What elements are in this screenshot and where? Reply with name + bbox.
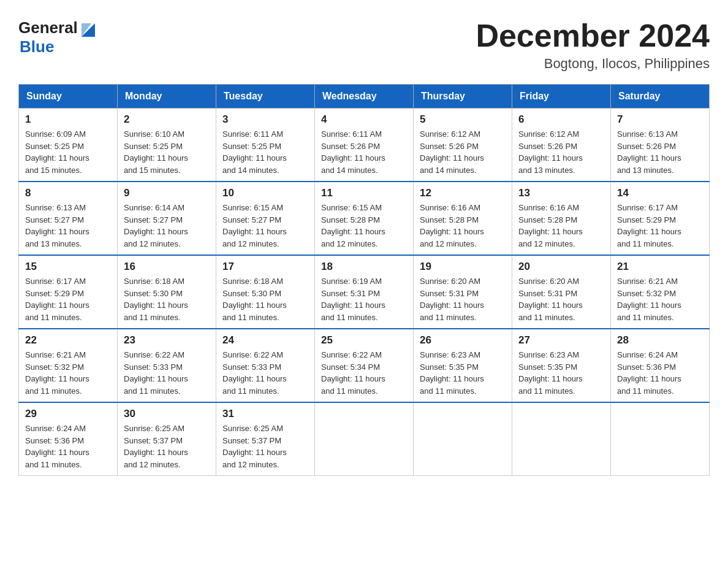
calendar-cell: 9Sunrise: 6:14 AMSunset: 5:27 PMDaylight… [118, 182, 216, 255]
day-info: Sunrise: 6:13 AMSunset: 5:27 PMDaylight:… [25, 202, 111, 250]
calendar-cell: 15Sunrise: 6:17 AMSunset: 5:29 PMDayligh… [19, 255, 118, 329]
day-info: Sunrise: 6:12 AMSunset: 5:26 PMDaylight:… [420, 128, 506, 176]
day-number: 5 [420, 113, 506, 126]
day-number: 26 [420, 334, 506, 347]
header-thursday: Thursday [414, 85, 512, 109]
day-info: Sunrise: 6:20 AMSunset: 5:31 PMDaylight:… [420, 275, 506, 323]
day-info: Sunrise: 6:21 AMSunset: 5:32 PMDaylight:… [25, 349, 111, 397]
day-info: Sunrise: 6:13 AMSunset: 5:26 PMDaylight:… [617, 128, 703, 176]
calendar-cell: 12Sunrise: 6:16 AMSunset: 5:28 PMDayligh… [414, 182, 512, 255]
day-info: Sunrise: 6:17 AMSunset: 5:29 PMDaylight:… [617, 202, 703, 250]
day-number: 15 [25, 261, 111, 273]
day-number: 17 [222, 261, 308, 273]
day-info: Sunrise: 6:24 AMSunset: 5:36 PMDaylight:… [25, 423, 111, 470]
month-title: December 2024 [476, 18, 710, 53]
calendar-cell: 31Sunrise: 6:25 AMSunset: 5:37 PMDayligh… [216, 402, 315, 476]
day-info: Sunrise: 6:22 AMSunset: 5:33 PMDaylight:… [124, 349, 210, 397]
calendar-cell: 7Sunrise: 6:13 AMSunset: 5:26 PMDaylight… [611, 109, 710, 182]
calendar-header-row: SundayMondayTuesdayWednesdayThursdayFrid… [19, 85, 710, 109]
calendar-cell: 3Sunrise: 6:11 AMSunset: 5:25 PMDaylight… [216, 109, 315, 182]
day-number: 27 [518, 334, 604, 347]
day-info: Sunrise: 6:19 AMSunset: 5:31 PMDaylight:… [321, 275, 407, 323]
day-number: 25 [321, 334, 407, 347]
calendar-cell: 11Sunrise: 6:15 AMSunset: 5:28 PMDayligh… [315, 182, 414, 255]
calendar-cell: 10Sunrise: 6:15 AMSunset: 5:27 PMDayligh… [216, 182, 315, 255]
logo: General Blue [18, 18, 97, 56]
calendar-cell: 5Sunrise: 6:12 AMSunset: 5:26 PMDaylight… [414, 109, 512, 182]
calendar-cell: 26Sunrise: 6:23 AMSunset: 5:35 PMDayligh… [414, 329, 512, 402]
day-info: Sunrise: 6:22 AMSunset: 5:34 PMDaylight:… [321, 349, 407, 397]
day-info: Sunrise: 6:18 AMSunset: 5:30 PMDaylight:… [222, 275, 308, 323]
day-info: Sunrise: 6:16 AMSunset: 5:28 PMDaylight:… [420, 202, 506, 250]
calendar-cell: 18Sunrise: 6:19 AMSunset: 5:31 PMDayligh… [315, 255, 414, 329]
calendar-week-row: 1Sunrise: 6:09 AMSunset: 5:25 PMDaylight… [19, 109, 710, 182]
day-number: 12 [420, 187, 506, 199]
day-info: Sunrise: 6:15 AMSunset: 5:28 PMDaylight:… [321, 202, 407, 250]
day-info: Sunrise: 6:23 AMSunset: 5:35 PMDaylight:… [420, 349, 506, 397]
day-number: 6 [518, 113, 604, 126]
day-number: 21 [617, 261, 703, 273]
day-number: 8 [25, 187, 111, 199]
day-number: 9 [124, 187, 210, 199]
header-sunday: Sunday [19, 85, 118, 109]
calendar-cell: 29Sunrise: 6:24 AMSunset: 5:36 PMDayligh… [19, 402, 118, 476]
day-info: Sunrise: 6:25 AMSunset: 5:37 PMDaylight:… [124, 423, 210, 470]
calendar-cell: 24Sunrise: 6:22 AMSunset: 5:33 PMDayligh… [216, 329, 315, 402]
day-number: 23 [124, 334, 210, 347]
calendar-week-row: 22Sunrise: 6:21 AMSunset: 5:32 PMDayligh… [19, 329, 710, 402]
calendar-week-row: 8Sunrise: 6:13 AMSunset: 5:27 PMDaylight… [19, 182, 710, 255]
day-info: Sunrise: 6:16 AMSunset: 5:28 PMDaylight:… [518, 202, 604, 250]
day-number: 13 [518, 187, 604, 199]
day-number: 29 [25, 408, 111, 420]
calendar-cell: 21Sunrise: 6:21 AMSunset: 5:32 PMDayligh… [611, 255, 710, 329]
logo-general-text: General [18, 18, 78, 37]
calendar-cell: 28Sunrise: 6:24 AMSunset: 5:36 PMDayligh… [611, 329, 710, 402]
day-info: Sunrise: 6:21 AMSunset: 5:32 PMDaylight:… [617, 275, 703, 323]
calendar-cell: 4Sunrise: 6:11 AMSunset: 5:26 PMDaylight… [315, 109, 414, 182]
header-wednesday: Wednesday [315, 85, 414, 109]
calendar-cell: 20Sunrise: 6:20 AMSunset: 5:31 PMDayligh… [512, 255, 611, 329]
day-info: Sunrise: 6:09 AMSunset: 5:25 PMDaylight:… [25, 128, 111, 176]
calendar-cell: 1Sunrise: 6:09 AMSunset: 5:25 PMDaylight… [19, 109, 118, 182]
day-info: Sunrise: 6:18 AMSunset: 5:30 PMDaylight:… [124, 275, 210, 323]
calendar-cell [512, 402, 611, 476]
calendar-week-row: 29Sunrise: 6:24 AMSunset: 5:36 PMDayligh… [19, 402, 710, 476]
day-number: 20 [518, 261, 604, 273]
calendar-cell: 6Sunrise: 6:12 AMSunset: 5:26 PMDaylight… [512, 109, 611, 182]
calendar-cell: 23Sunrise: 6:22 AMSunset: 5:33 PMDayligh… [118, 329, 216, 402]
day-number: 30 [124, 408, 210, 420]
day-number: 22 [25, 334, 111, 347]
day-info: Sunrise: 6:24 AMSunset: 5:36 PMDaylight:… [617, 349, 703, 397]
calendar-cell: 22Sunrise: 6:21 AMSunset: 5:32 PMDayligh… [19, 329, 118, 402]
day-number: 18 [321, 261, 407, 273]
day-number: 2 [124, 113, 210, 126]
day-info: Sunrise: 6:11 AMSunset: 5:25 PMDaylight:… [222, 128, 308, 176]
calendar-cell: 8Sunrise: 6:13 AMSunset: 5:27 PMDaylight… [19, 182, 118, 255]
day-number: 1 [25, 113, 111, 126]
calendar-cell: 2Sunrise: 6:10 AMSunset: 5:25 PMDaylight… [118, 109, 216, 182]
header-friday: Friday [512, 85, 611, 109]
header-monday: Monday [118, 85, 216, 109]
day-number: 7 [617, 113, 703, 126]
day-info: Sunrise: 6:23 AMSunset: 5:35 PMDaylight:… [518, 349, 604, 397]
calendar-table: SundayMondayTuesdayWednesdayThursdayFrid… [18, 84, 710, 476]
day-info: Sunrise: 6:17 AMSunset: 5:29 PMDaylight:… [25, 275, 111, 323]
day-number: 19 [420, 261, 506, 273]
calendar-cell: 14Sunrise: 6:17 AMSunset: 5:29 PMDayligh… [611, 182, 710, 255]
calendar-cell [414, 402, 512, 476]
day-number: 16 [124, 261, 210, 273]
day-number: 31 [222, 408, 308, 420]
calendar-cell: 16Sunrise: 6:18 AMSunset: 5:30 PMDayligh… [118, 255, 216, 329]
calendar-cell: 19Sunrise: 6:20 AMSunset: 5:31 PMDayligh… [414, 255, 512, 329]
calendar-cell: 25Sunrise: 6:22 AMSunset: 5:34 PMDayligh… [315, 329, 414, 402]
title-block: December 2024 Bogtong, Ilocos, Philippin… [476, 18, 710, 72]
day-info: Sunrise: 6:22 AMSunset: 5:33 PMDaylight:… [222, 349, 308, 397]
day-info: Sunrise: 6:15 AMSunset: 5:27 PMDaylight:… [222, 202, 308, 250]
calendar-cell: 17Sunrise: 6:18 AMSunset: 5:30 PMDayligh… [216, 255, 315, 329]
header-saturday: Saturday [611, 85, 710, 109]
header-tuesday: Tuesday [216, 85, 315, 109]
calendar-cell [315, 402, 414, 476]
calendar-cell: 27Sunrise: 6:23 AMSunset: 5:35 PMDayligh… [512, 329, 611, 402]
day-number: 28 [617, 334, 703, 347]
calendar-cell: 13Sunrise: 6:16 AMSunset: 5:28 PMDayligh… [512, 182, 611, 255]
